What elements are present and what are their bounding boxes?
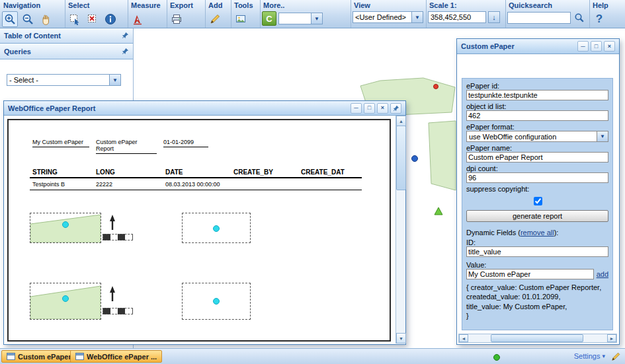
identify-button[interactable] [103, 11, 118, 27]
epaper-name-input[interactable] [466, 152, 608, 163]
clear-selection-button[interactable] [85, 11, 101, 27]
epaper-format-select[interactable]: use WebOffie configuration ▼ [466, 131, 608, 142]
dynamic-field-value-input[interactable] [466, 269, 594, 279]
help-button[interactable]: ? [591, 11, 607, 27]
scale-apply-button[interactable]: ↓ [488, 11, 500, 23]
scroll-up-button[interactable]: ▲ [396, 116, 406, 126]
measure-button[interactable] [130, 11, 146, 27]
north-arrow-icon [108, 285, 117, 303]
zoom-out-button[interactable] [20, 11, 36, 27]
map-point-blue [412, 156, 418, 162]
toolbar-group-select: Select [65, 0, 128, 28]
epaper-name-label: ePaper name: [466, 144, 608, 152]
json-line-1: { creator_value: Custom ePaper Reporter, [466, 283, 608, 292]
panel-horizontal-scrollbar[interactable]: ◄ ► [458, 334, 617, 343]
epaper-format-value: use WebOffie configuration [466, 131, 597, 142]
scroll-left-button[interactable]: ◄ [459, 334, 468, 342]
map-point-triangle [435, 207, 442, 215]
close-button[interactable]: × [604, 41, 615, 52]
scroll-thumb[interactable] [491, 334, 583, 342]
query-select[interactable]: - Select - ▼ [7, 74, 121, 86]
toolbar-group-label-scale: Scale 1: [426, 0, 505, 9]
map-point-red [434, 85, 438, 89]
toolbar-group-label-export: Export [167, 0, 205, 9]
toolbar-group-label-navigation: Navigation [0, 0, 65, 9]
suppress-copyright-checkbox[interactable] [534, 197, 542, 205]
epaper-format-arrow-icon[interactable]: ▼ [597, 131, 608, 142]
toolbar-group-add: Add [205, 0, 231, 28]
remove-all-link[interactable]: remove all [521, 229, 554, 237]
task-button-report[interactable]: WebOffice ePaper ... [70, 350, 162, 363]
pin-button[interactable] [390, 103, 401, 114]
view-select-arrow-icon[interactable]: ▼ [411, 11, 423, 23]
more-picker-arrow-icon[interactable]: ▼ [311, 13, 323, 24]
report-header-rule [30, 177, 362, 178]
scroll-thumb[interactable] [396, 126, 406, 190]
map-thumbnail-1-graphic [30, 213, 101, 242]
report-column-long: LONG [96, 168, 115, 176]
sidebar-header-queries[interactable]: Queries [0, 44, 133, 59]
custom-tool-c-button[interactable]: C [262, 11, 276, 26]
pin-icon[interactable] [122, 48, 129, 55]
epaper-id-input[interactable] [466, 90, 608, 100]
scroll-down-button[interactable]: ▼ [396, 333, 406, 344]
minimize-button[interactable]: ─ [351, 103, 362, 114]
pan-button[interactable] [38, 11, 54, 27]
custom-epaper-body: ePaper id: object id list: ePaper format… [457, 54, 619, 344]
toolbar-group-label-help: Help [589, 0, 625, 9]
pin-icon [393, 105, 399, 112]
view-select-value: <User Defined> [353, 11, 411, 23]
scale-input[interactable] [428, 11, 486, 23]
dynamic-fields-suffix: ): [554, 229, 559, 237]
close-button[interactable]: × [377, 103, 388, 114]
quicksearch-input[interactable] [507, 12, 571, 24]
maximize-button[interactable]: □ [364, 103, 375, 114]
toolbar-group-measure: Measure [128, 0, 167, 28]
dynamic-field-id-input[interactable] [466, 246, 608, 257]
toolbar-group-label-add: Add [205, 0, 231, 9]
info-icon [104, 13, 116, 25]
toolbar-group-quicksearch: Quicksearch [505, 0, 590, 28]
add-link[interactable]: add [597, 270, 608, 278]
zoom-in-button[interactable] [2, 11, 18, 27]
scroll-right-button[interactable]: ► [607, 334, 616, 342]
dynamic-fields-prefix: Dynamic Fields ( [466, 229, 521, 237]
add-feature-button[interactable] [207, 11, 223, 27]
edit-pencil-icon[interactable] [610, 351, 621, 362]
image-tool-button[interactable] [233, 11, 249, 27]
task-button-custom-epaper[interactable]: Custom ePaper [1, 350, 77, 363]
map-thumbnail-1 [30, 213, 101, 243]
object-id-input[interactable] [466, 110, 608, 121]
window-icon [7, 353, 15, 360]
report-column-date: DATE [165, 168, 183, 176]
point-marker [213, 298, 220, 305]
query-select-arrow-icon[interactable]: ▼ [109, 74, 121, 86]
sidebar-header-toc[interactable]: Table of Content [0, 28, 133, 44]
view-select[interactable]: <User Defined> ▼ [353, 11, 423, 23]
custom-epaper-title: Custom ePaper [461, 42, 515, 50]
more-picker[interactable]: ▼ [278, 13, 323, 24]
settings-menu[interactable]: Settings ▾ [574, 352, 605, 360]
quicksearch-button[interactable] [573, 11, 586, 24]
window-icon [75, 353, 84, 360]
scale-bar-2 [103, 308, 133, 314]
task-button-label: WebOffice ePaper ... [87, 353, 157, 361]
print-button[interactable] [169, 11, 185, 27]
dpi-count-label: dpi count: [466, 164, 608, 172]
maximize-button[interactable]: □ [591, 41, 602, 52]
report-vertical-scrollbar[interactable]: ▲ ▼ [396, 116, 405, 344]
toolbar-group-more: More.. C ▼ [260, 0, 351, 28]
pin-icon[interactable] [122, 32, 129, 39]
custom-epaper-titlebar[interactable]: Custom ePaper ─ □ × [457, 39, 619, 54]
query-select-value: - Select - [7, 74, 109, 86]
toolbar-group-label-tools: Tools [231, 0, 260, 9]
epaper-id-label: ePaper id: [466, 82, 608, 90]
point-marker [213, 225, 220, 232]
select-features-button[interactable] [67, 11, 83, 27]
report-cell-long: 22222 [96, 181, 112, 188]
report-window-titlebar[interactable]: WebOffice ePaper Report ─ □ × [4, 101, 405, 116]
dpi-count-input[interactable] [466, 172, 608, 183]
minimize-button[interactable]: ─ [577, 41, 589, 52]
pan-hand-icon [40, 13, 52, 25]
generate-report-button[interactable]: generate report [466, 210, 608, 222]
